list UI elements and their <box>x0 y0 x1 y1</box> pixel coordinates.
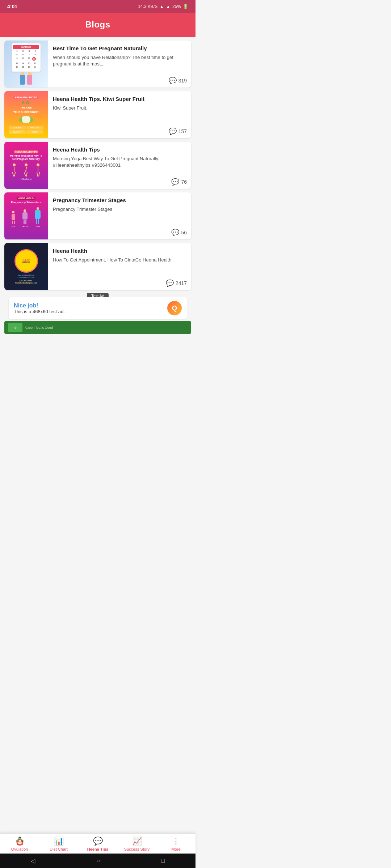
green-tea-bar: 🍵 Green Tea Is Good <box>4 321 191 334</box>
blog-card-4[interactable]: HEENA HEALTH Pregnancy Trimesters First <box>4 192 191 239</box>
blog-thumbnail-4: HEENA HEALTH Pregnancy Trimesters First <box>4 192 48 239</box>
blog-title-2: Heena Health Tips. Kiwi Super Fruit <box>53 95 187 103</box>
wifi-icon: ▲ <box>159 4 164 9</box>
blog-card-3[interactable]: HEENA HEALTH TIPS Morning Yoga Best Way … <box>4 142 191 189</box>
status-right: 14.3 KB/S ▲ ▲ 25% 🔋 <box>138 4 188 9</box>
comment-icon-3: 💬 <box>171 178 179 186</box>
blog-card-1[interactable]: MARCH 1234 5678 9101112 13141516 1718192… <box>4 41 191 88</box>
blog-thumbnail-3: HEENA HEALTH TIPS Morning Yoga Best Way … <box>4 142 48 189</box>
blog-content-3: Heena Health Tips Morning Yoga Best Way … <box>48 142 191 189</box>
blog-thumbnail-5: HEENA HEALTH Heena Health OnlineConsulta… <box>4 243 48 290</box>
comment-count-3: 76 <box>181 179 187 185</box>
green-tea-image: 🍵 <box>8 323 22 332</box>
comment-icon-5: 💬 <box>166 279 174 287</box>
comment-count-2: 157 <box>178 128 187 134</box>
ad-logo: Q <box>167 301 182 315</box>
blog-excerpt-5: How To Get Appointment. How To CintaCo H… <box>53 257 187 276</box>
blog-comments-2: 💬 157 <box>53 127 187 135</box>
blog-content-1: Best Time To Get Pregnant Naturally When… <box>48 41 191 88</box>
network-speed: 14.3 KB/S <box>138 4 157 9</box>
blog-list: MARCH 1234 5678 9101112 13141516 1718192… <box>0 37 196 294</box>
blog-title-3: Heena Health Tips <box>53 146 187 153</box>
ad-nice-text: Nice job! <box>14 302 163 309</box>
blog-excerpt-1: When should you have Relationship? The b… <box>53 54 187 74</box>
status-bar: 4:01 14.3 KB/S ▲ ▲ 25% 🔋 <box>0 0 196 13</box>
page-title: Blogs <box>0 20 196 30</box>
blog-excerpt-3: Morning Yoga Best Way To Get Pregnant Na… <box>53 156 187 175</box>
blog-title-4: Pregnancy Trimester Stages <box>53 197 187 204</box>
blog-comments-4: 💬 56 <box>53 229 187 237</box>
blog-title-1: Best Time To Get Pregnant Naturally <box>53 45 187 52</box>
signal-icon: ▲ <box>166 4 171 9</box>
ad-description: This is a 468x60 test ad. <box>14 309 163 314</box>
blog-title-5: Heena Health <box>53 247 187 255</box>
blog-content-2: Heena Health Tips. Kiwi Super Fruit Kiwi… <box>48 91 191 138</box>
comment-icon-4: 💬 <box>171 229 179 237</box>
blog-thumbnail-1: MARCH 1234 5678 9101112 13141516 1718192… <box>4 41 48 88</box>
green-tea-text: Green Tea Is Good <box>25 326 53 329</box>
blog-content-5: Heena Health How To Get Appointment. How… <box>48 243 191 290</box>
comment-count-5: 2417 <box>176 280 187 286</box>
blog-card-2[interactable]: HEENA HEALTH TIPS KIWITHE ONETRUE SUPERF… <box>4 91 191 138</box>
blog-comments-5: 💬 2417 <box>53 279 187 287</box>
comment-count-1: 319 <box>178 78 187 84</box>
blog-comments-1: 💬 319 <box>53 77 187 85</box>
ad-text: Nice job! This is a 468x60 test ad. <box>14 302 163 314</box>
blog-excerpt-4: Pregnancy Trimester Stages <box>53 206 187 226</box>
battery-percent: 25% <box>172 4 181 9</box>
blog-card-5[interactable]: HEENA HEALTH Heena Health OnlineConsulta… <box>4 243 191 290</box>
blog-content-4: Pregnancy Trimester Stages Pregnancy Tri… <box>48 192 191 239</box>
blog-excerpt-2: Kiwi Super Fruit. <box>53 105 187 124</box>
ad-banner[interactable]: Nice job! This is a 468x60 test ad. Q <box>9 297 187 319</box>
blog-thumbnail-2: HEENA HEALTH TIPS KIWITHE ONETRUE SUPERF… <box>4 91 48 138</box>
page-header: Blogs <box>0 13 196 37</box>
battery-icon: 🔋 <box>183 4 188 9</box>
comment-count-4: 56 <box>181 230 187 235</box>
status-time: 4:01 <box>7 4 17 9</box>
comment-icon-1: 💬 <box>169 77 177 85</box>
comment-icon-2: 💬 <box>169 127 177 135</box>
blog-comments-3: 💬 76 <box>53 178 187 186</box>
